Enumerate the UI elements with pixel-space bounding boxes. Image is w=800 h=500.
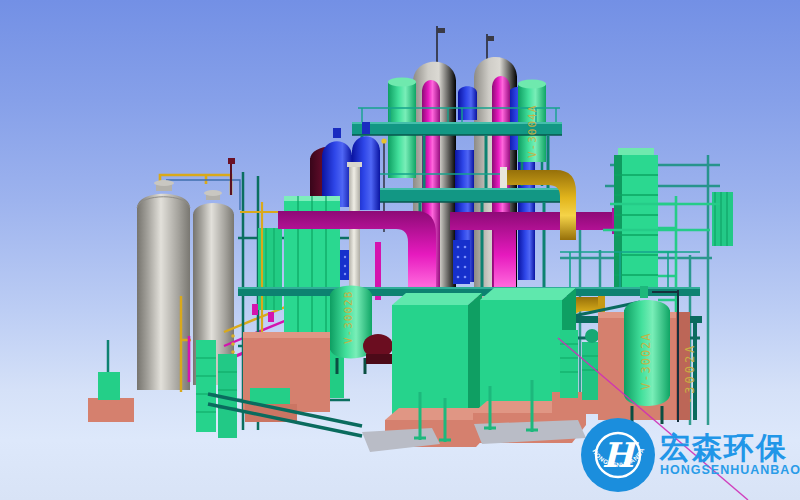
label-p3002a: -3002A xyxy=(683,343,697,404)
blue-reactor-1 xyxy=(322,128,352,207)
label-v3002b: V-3002B xyxy=(342,291,355,344)
plant-3d-render: V-3004A V-3002B V-3002A -3002A H HONGSEN… xyxy=(0,0,800,500)
far-right-green-panel xyxy=(712,192,733,246)
left-pump-station xyxy=(88,340,134,422)
label-v3004a: V-3004A xyxy=(526,105,539,158)
maroon-pump xyxy=(363,334,393,364)
plant-model-canvas: V-3004A V-3002B V-3002A -3002A H HONGSEN… xyxy=(0,0,800,500)
logo-chinese-name: 宏森环保 xyxy=(659,430,788,465)
label-v3002a: V-3002A xyxy=(639,332,653,390)
logo-latin-name: HONGSENHUANBAO xyxy=(660,463,800,477)
